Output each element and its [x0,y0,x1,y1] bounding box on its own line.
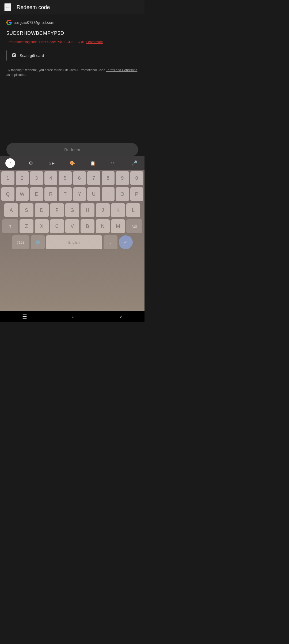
google-logo-icon [6,20,12,25]
content-area: sanjuss073@gmail.com Error redeeming cod… [0,14,144,83]
chevron-left-icon: ‹ [9,161,11,166]
keyboard-toolbar: ‹ ⚙ G▶ 🎨 📋 ••• 🎤 [0,156,144,170]
nav-back-button[interactable]: ∨ [119,314,122,319]
nav-menu-button[interactable]: ☰ [22,313,27,320]
svg-point-0 [14,55,15,56]
keyboard-back-button[interactable]: ‹ [5,158,15,168]
nav-home-button[interactable]: ○ [71,314,75,320]
error-message: Error redeeming code. Error Code: PRS-PG… [6,40,138,44]
keyboard-theme-button[interactable]: 🎨 [67,158,77,168]
learn-more-link[interactable]: Learn more [86,40,103,44]
scan-gift-card-button[interactable]: Scan gift card [6,50,49,61]
keyboard-background [0,156,144,311]
header: ← Redeem code [0,0,144,14]
account-row: sanjuss073@gmail.com [6,20,138,25]
back-button[interactable]: ← [4,3,11,11]
keyboard-translate-button[interactable]: G▶ [47,158,56,168]
terms-text: By tapping "Redeem", you agree to the Gi… [6,68,138,77]
keyboard-area: ‹ ⚙ G▶ 🎨 📋 ••• 🎤 1 2 3 4 5 6 7 8 9 0 Q W… [0,156,144,311]
account-email: sanjuss073@gmail.com [14,20,54,25]
keyboard-mic-button[interactable]: 🎤 [130,158,139,168]
page-title: Redeem code [17,4,50,10]
code-input-container [6,29,138,38]
redeem-button[interactable]: Redeem [6,143,138,156]
keyboard-clipboard-button[interactable]: 📋 [88,158,98,168]
code-input[interactable] [6,29,138,38]
nav-bar: ☰ ○ ∨ [0,311,144,322]
camera-icon [12,53,17,58]
scan-gift-card-label: Scan gift card [20,53,44,58]
keyboard-more-button[interactable]: ••• [109,158,119,168]
terms-link[interactable]: Terms and Conditions [106,68,137,72]
keyboard-settings-button[interactable]: ⚙ [26,158,36,168]
